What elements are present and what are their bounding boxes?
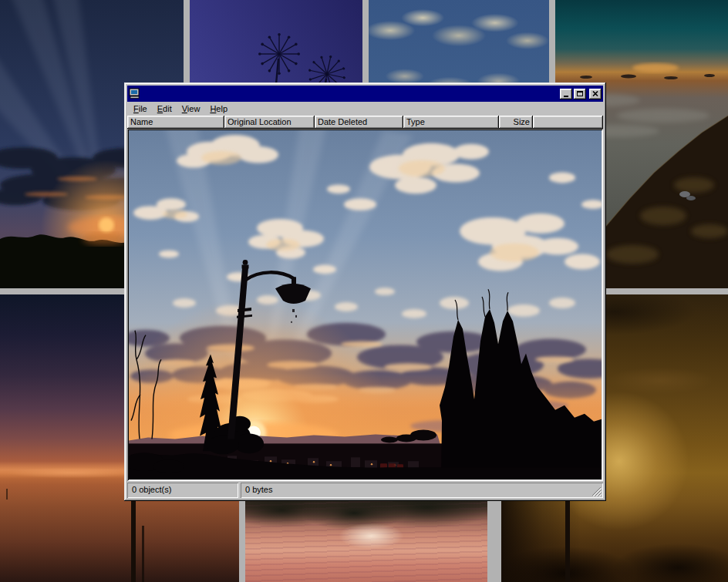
status-objects: 0 object(s) <box>127 483 238 498</box>
column-header-size[interactable]: Size <box>499 116 533 129</box>
minimize-button[interactable] <box>560 89 572 99</box>
status-bar: 0 object(s) 0 bytes <box>127 483 603 498</box>
column-header-type[interactable]: Type <box>403 116 499 129</box>
column-header-name[interactable]: Name <box>127 116 224 129</box>
computer-icon <box>129 88 140 99</box>
status-bytes: 0 bytes <box>241 483 603 498</box>
resize-grip-icon[interactable] <box>592 486 602 496</box>
sunset-lamp-photo <box>129 130 602 479</box>
menu-edit[interactable]: Edit <box>153 103 177 115</box>
close-icon <box>592 91 598 96</box>
column-header-date-deleted[interactable]: Date Deleted <box>315 116 403 129</box>
water-post-silhouette <box>6 489 8 500</box>
file-list-view[interactable] <box>127 129 603 481</box>
titlebar[interactable] <box>127 86 603 102</box>
maximize-button[interactable] <box>574 89 586 99</box>
water-post-silhouette <box>142 526 144 582</box>
menu-file[interactable]: File <box>129 103 153 115</box>
menu-bar: File Edit View Help <box>127 102 603 116</box>
maximize-icon <box>577 91 583 96</box>
column-headers: Name Original Location Date Deleted Type… <box>127 116 603 129</box>
water-post-silhouette <box>131 501 136 582</box>
close-button[interactable] <box>589 89 602 99</box>
recycle-bin-window: File Edit View Help Name Original Locati… <box>124 82 606 501</box>
menu-view[interactable]: View <box>177 103 206 115</box>
minimize-icon <box>564 96 568 97</box>
column-header-blank[interactable] <box>533 116 603 129</box>
desktop: File Edit View Help Name Original Locati… <box>0 0 728 582</box>
column-header-original-location[interactable]: Original Location <box>224 116 315 129</box>
lamp-post-silhouette <box>565 501 570 582</box>
menu-help[interactable]: Help <box>205 103 233 115</box>
